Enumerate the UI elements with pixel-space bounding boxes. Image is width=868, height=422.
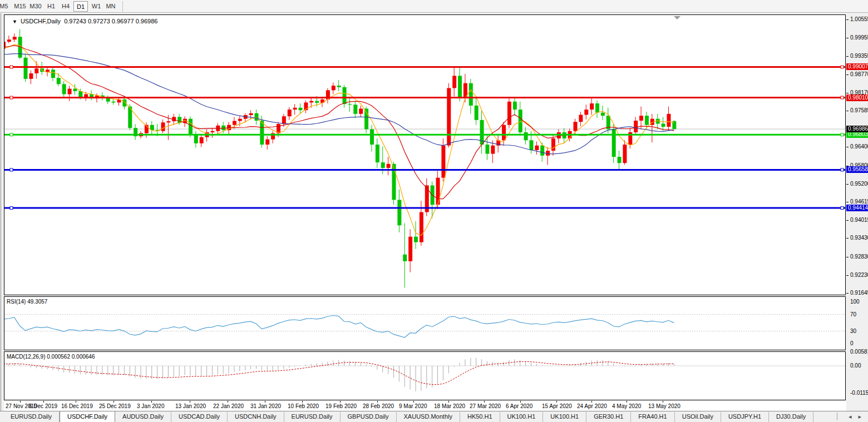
date-axis-tick [20, 401, 21, 403]
hline-right-handle[interactable] [841, 96, 844, 99]
timeframe-button-m5[interactable]: M5 [0, 1, 11, 12]
candle [639, 107, 643, 130]
price-axis-tick [846, 275, 849, 276]
timeframe-toolbar: M5M15M30H1H4D1W1MN [0, 0, 868, 13]
chart-tab-gbpusd-daily[interactable]: GBPUSD.Daily [341, 412, 397, 422]
chart-window-left-frame [1, 13, 1, 411]
chart-tab-fra40-h1[interactable]: FRA40.H1 [631, 412, 674, 422]
candle [634, 117, 638, 135]
chart-tab-ger30-h1[interactable]: GER30.H1 [586, 412, 631, 422]
timeframe-button-m30[interactable]: M30 [28, 1, 43, 12]
candle [353, 101, 357, 118]
tab-scroll-separator [837, 413, 837, 420]
chart-collapse-icon[interactable]: ▼ [12, 19, 17, 24]
toolbar-separator [122, 1, 123, 12]
candle [475, 97, 479, 125]
price-axis-tick [846, 184, 849, 185]
candle [650, 114, 654, 142]
candle [304, 101, 308, 113]
candle [387, 157, 391, 175]
hline-left-handle[interactable] [10, 66, 13, 68]
chart-tab-usdjpy-h1[interactable]: USDJPY.H1 [721, 412, 769, 422]
date-axis-tick [151, 401, 152, 403]
timeframe-button-d1[interactable]: D1 [73, 1, 88, 12]
date-axis-tick [43, 401, 44, 403]
candle [348, 98, 352, 112]
main-chart-pane[interactable]: ▼USDCHF,Daily 0.97243 0.97273 0.96977 0.… [4, 14, 846, 295]
candle [90, 90, 93, 100]
price-axis-label: 0.97585 [850, 107, 868, 113]
candle [397, 190, 401, 232]
hline-right-handle[interactable] [841, 168, 844, 171]
chart-tab-eurusd-daily[interactable]: EURUSD.Daily [284, 412, 341, 422]
hline-right-handle[interactable] [841, 207, 844, 210]
candle [606, 108, 610, 133]
chart-tab-eurusd-daily[interactable]: EURUSD.Daily [3, 412, 60, 422]
macd-chart [4, 352, 845, 400]
chart-tab-dj30-daily[interactable]: DJ30.Daily [769, 412, 813, 422]
chart-shift-marker-icon[interactable] [674, 16, 680, 19]
rsi-scale-label: 70 [850, 311, 856, 317]
price-axis-label: 0.91645 [850, 290, 868, 296]
chart-tab-audusd-daily[interactable]: AUDUSD.Daily [115, 412, 171, 422]
rsi-scale-label: 0 [850, 340, 854, 346]
date-axis-label: 31 Jan 2020 [250, 403, 281, 409]
timeframe-button-w1[interactable]: W1 [89, 1, 103, 12]
price-axis-tick [846, 166, 849, 166]
chart-tab-usdcnh-daily[interactable]: USDCNH.Daily [228, 412, 284, 422]
candle [469, 79, 473, 114]
hline-left-handle[interactable] [10, 96, 13, 99]
macd-indicator-pane[interactable]: MACD(12,26,9) 0.000562 0.000646 [4, 351, 846, 400]
chart-tab-hk50-h1[interactable]: HK50.H1 [460, 412, 500, 422]
candle [210, 128, 214, 138]
chart-tab-usoil-daily[interactable]: USOil.Daily [675, 412, 721, 422]
candle [623, 140, 627, 165]
candle [62, 81, 66, 98]
date-axis-tick [591, 401, 592, 403]
candle [200, 135, 204, 147]
date-axis-label: 16 Dec 2019 [61, 403, 93, 409]
candle [337, 80, 341, 91]
price-axis-label: 0.94615 [850, 198, 868, 205]
price-level-badge: 0.99007 [846, 63, 868, 70]
date-axis-label: 6 Dec 2019 [29, 403, 57, 409]
hline-left-handle[interactable] [10, 207, 13, 210]
hline-right-handle[interactable] [841, 133, 844, 136]
price-axis[interactable]: 1.005550.999550.993550.987700.981700.975… [846, 13, 868, 400]
candle [628, 128, 632, 148]
chart-tab-xauusd-monthly[interactable]: XAUUSD.Monthly [397, 412, 460, 422]
tabs-scroll-left-icon[interactable]: ◂ [845, 413, 855, 420]
price-axis-label: 1.00555 [850, 16, 868, 22]
chart-tab-uk100-h1[interactable]: UK100.H1 [543, 412, 586, 422]
date-axis[interactable]: 27 Nov 20196 Dec 201916 Dec 201925 Dec 2… [4, 401, 846, 411]
candle [161, 120, 165, 133]
hline-left-handle[interactable] [10, 168, 13, 171]
price-axis-label: 0.96400 [850, 143, 868, 150]
price-axis-tick [846, 147, 849, 147]
hline-left-handle[interactable] [10, 133, 13, 136]
tabs-scroll-right-icon[interactable]: ▸ [855, 413, 865, 420]
price-level-badge: 0.94414 [846, 205, 868, 211]
rsi-indicator-pane[interactable]: RSI(14) 49.3057 [4, 296, 846, 350]
macd-scale-label: -0.01151 [850, 390, 868, 396]
candle [254, 110, 258, 125]
current-price-badge: 0.96986 [846, 126, 868, 132]
date-axis-label: 6 Apr 2020 [506, 403, 532, 409]
timeframe-button-h4[interactable]: H4 [59, 1, 72, 12]
price-axis-tick [846, 19, 849, 20]
candle [546, 147, 550, 165]
candle [68, 86, 72, 101]
timeframe-button-m15[interactable]: M15 [12, 1, 28, 12]
moving-average-fast [4, 44, 674, 235]
date-axis-tick [377, 401, 378, 403]
hline-right-handle[interactable] [841, 66, 844, 68]
timeframe-button-mn[interactable]: MN [103, 1, 118, 12]
date-axis-label: 25 Dec 2019 [99, 403, 131, 409]
chart-tab-usdchf-daily[interactable]: USDCHF.Daily [60, 411, 115, 422]
date-axis-label: 3 Jan 2020 [137, 403, 165, 409]
chart-tab-uk100-h1[interactable]: UK100.H1 [500, 412, 544, 422]
chart-tab-usdcad-daily[interactable]: USDCAD.Daily [171, 412, 228, 422]
timeframe-button-h1[interactable]: H1 [45, 1, 58, 12]
chart-window: ▼USDCHF,Daily 0.97243 0.97273 0.96977 0.… [0, 13, 868, 411]
candle [403, 223, 407, 287]
